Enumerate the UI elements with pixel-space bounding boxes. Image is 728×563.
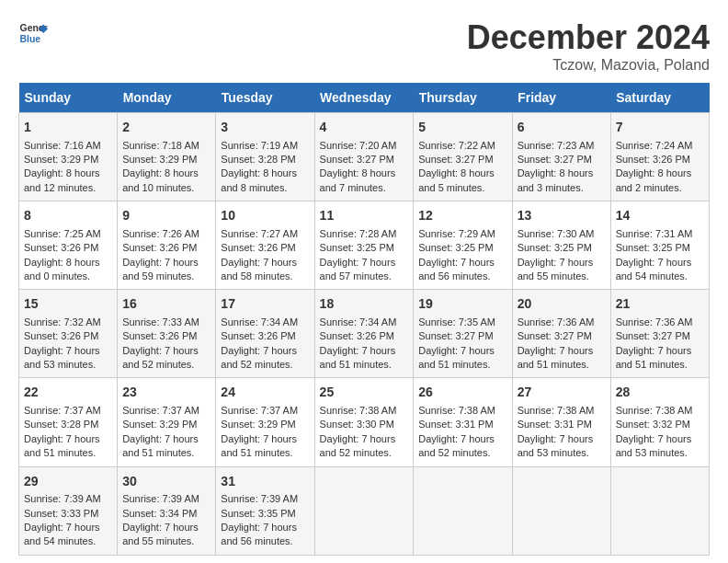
day-number: 20 <box>518 295 606 314</box>
sunrise-text: Sunrise: 7:36 AM <box>616 316 693 327</box>
week-row-1: 1Sunrise: 7:16 AMSunset: 3:29 PMDaylight… <box>19 113 710 201</box>
day-cell: 25Sunrise: 7:38 AMSunset: 3:30 PMDayligh… <box>314 378 414 466</box>
day-cell: 24Sunrise: 7:37 AMSunset: 3:29 PMDayligh… <box>216 378 314 466</box>
day-cell: 3Sunrise: 7:19 AMSunset: 3:28 PMDaylight… <box>216 113 314 201</box>
daylight-text: Daylight: 7 hours and 51 minutes. <box>122 433 199 458</box>
day-cell: 26Sunrise: 7:38 AMSunset: 3:31 PMDayligh… <box>414 378 512 466</box>
day-number: 2 <box>122 119 210 137</box>
sunset-text: Sunset: 3:27 PM <box>518 330 592 341</box>
sunrise-text: Sunrise: 7:16 AM <box>24 140 101 151</box>
column-header-sunday: Sunday <box>19 83 118 113</box>
sunrise-text: Sunrise: 7:22 AM <box>418 140 495 151</box>
sunrise-text: Sunrise: 7:19 AM <box>221 140 298 151</box>
daylight-text: Daylight: 7 hours and 51 minutes. <box>418 345 495 370</box>
sunrise-text: Sunrise: 7:18 AM <box>122 140 199 151</box>
day-cell <box>512 466 610 555</box>
daylight-text: Daylight: 7 hours and 53 minutes. <box>616 433 692 458</box>
day-cell: 11Sunrise: 7:28 AMSunset: 3:25 PMDayligh… <box>314 201 414 290</box>
daylight-text: Daylight: 7 hours and 51 minutes. <box>616 345 692 370</box>
day-cell: 21Sunrise: 7:36 AMSunset: 3:27 PMDayligh… <box>610 290 709 378</box>
sunset-text: Sunset: 3:28 PM <box>24 419 98 430</box>
day-number: 22 <box>24 384 112 402</box>
day-number: 31 <box>221 473 309 491</box>
sunset-text: Sunset: 3:26 PM <box>24 242 98 253</box>
day-cell: 31Sunrise: 7:39 AMSunset: 3:35 PMDayligh… <box>216 466 314 555</box>
sunrise-text: Sunrise: 7:36 AM <box>518 316 595 327</box>
daylight-text: Daylight: 8 hours and 0 minutes. <box>24 257 100 282</box>
day-cell: 15Sunrise: 7:32 AMSunset: 3:26 PMDayligh… <box>19 290 118 378</box>
sunrise-text: Sunrise: 7:38 AM <box>616 405 693 416</box>
header-row: SundayMondayTuesdayWednesdayThursdayFrid… <box>19 83 710 113</box>
day-cell: 6Sunrise: 7:23 AMSunset: 3:27 PMDaylight… <box>512 113 610 201</box>
day-number: 17 <box>221 295 309 314</box>
sunset-text: Sunset: 3:29 PM <box>24 154 98 165</box>
day-cell: 27Sunrise: 7:38 AMSunset: 3:31 PMDayligh… <box>512 378 610 466</box>
sunset-text: Sunset: 3:26 PM <box>221 242 295 253</box>
daylight-text: Daylight: 8 hours and 8 minutes. <box>221 167 297 192</box>
day-number: 13 <box>518 207 606 225</box>
sunrise-text: Sunrise: 7:34 AM <box>221 316 298 327</box>
daylight-text: Daylight: 7 hours and 52 minutes. <box>418 433 495 458</box>
day-number: 24 <box>221 384 309 402</box>
sunrise-text: Sunrise: 7:37 AM <box>24 405 101 416</box>
day-cell: 4Sunrise: 7:20 AMSunset: 3:27 PMDaylight… <box>314 113 414 201</box>
sunrise-text: Sunrise: 7:25 AM <box>24 228 101 239</box>
day-number: 9 <box>122 207 210 225</box>
sunset-text: Sunset: 3:28 PM <box>221 154 295 165</box>
day-cell: 28Sunrise: 7:38 AMSunset: 3:32 PMDayligh… <box>610 378 709 466</box>
sunrise-text: Sunrise: 7:38 AM <box>518 405 595 416</box>
day-cell: 9Sunrise: 7:26 AMSunset: 3:26 PMDaylight… <box>118 201 216 290</box>
day-number: 25 <box>320 384 409 402</box>
day-number: 16 <box>122 295 210 314</box>
daylight-text: Daylight: 7 hours and 51 minutes. <box>221 433 297 458</box>
daylight-text: Daylight: 8 hours and 7 minutes. <box>320 167 396 192</box>
day-cell: 16Sunrise: 7:33 AMSunset: 3:26 PMDayligh… <box>118 290 216 378</box>
sunset-text: Sunset: 3:25 PM <box>616 242 690 253</box>
sunrise-text: Sunrise: 7:39 AM <box>122 493 199 504</box>
day-number: 12 <box>418 207 506 225</box>
sunrise-text: Sunrise: 7:38 AM <box>320 405 397 416</box>
column-header-thursday: Thursday <box>414 83 512 113</box>
sunrise-text: Sunrise: 7:37 AM <box>221 405 298 416</box>
sunrise-text: Sunrise: 7:32 AM <box>24 316 101 327</box>
sunset-text: Sunset: 3:31 PM <box>518 419 592 430</box>
daylight-text: Daylight: 7 hours and 59 minutes. <box>122 257 199 282</box>
daylight-text: Daylight: 7 hours and 51 minutes. <box>24 433 100 458</box>
sunrise-text: Sunrise: 7:26 AM <box>122 228 199 239</box>
logo-icon: General Blue <box>18 18 48 48</box>
sunrise-text: Sunrise: 7:30 AM <box>518 228 595 239</box>
column-header-monday: Monday <box>118 83 216 113</box>
daylight-text: Daylight: 8 hours and 10 minutes. <box>122 167 199 192</box>
sunset-text: Sunset: 3:27 PM <box>418 330 493 341</box>
daylight-text: Daylight: 7 hours and 51 minutes. <box>320 345 396 370</box>
day-cell: 10Sunrise: 7:27 AMSunset: 3:26 PMDayligh… <box>216 201 314 290</box>
svg-text:Blue: Blue <box>20 34 41 44</box>
sunrise-text: Sunrise: 7:39 AM <box>221 493 298 504</box>
day-number: 6 <box>518 119 606 137</box>
day-cell: 19Sunrise: 7:35 AMSunset: 3:27 PMDayligh… <box>414 290 512 378</box>
sunset-text: Sunset: 3:25 PM <box>320 242 394 253</box>
sunset-text: Sunset: 3:29 PM <box>221 419 295 430</box>
day-number: 4 <box>320 119 409 137</box>
day-number: 7 <box>616 119 704 137</box>
column-header-saturday: Saturday <box>610 83 709 113</box>
day-cell: 18Sunrise: 7:34 AMSunset: 3:26 PMDayligh… <box>314 290 414 378</box>
day-number: 18 <box>320 295 409 314</box>
sunset-text: Sunset: 3:26 PM <box>221 330 295 341</box>
sunset-text: Sunset: 3:27 PM <box>320 154 394 165</box>
sunset-text: Sunset: 3:27 PM <box>418 154 493 165</box>
daylight-text: Daylight: 7 hours and 55 minutes. <box>518 257 594 282</box>
sunset-text: Sunset: 3:26 PM <box>24 330 98 341</box>
sunset-text: Sunset: 3:26 PM <box>122 242 197 253</box>
day-number: 28 <box>616 384 704 402</box>
day-number: 14 <box>616 207 704 225</box>
daylight-text: Daylight: 7 hours and 52 minutes. <box>221 345 297 370</box>
day-cell: 1Sunrise: 7:16 AMSunset: 3:29 PMDaylight… <box>19 113 118 201</box>
day-cell: 12Sunrise: 7:29 AMSunset: 3:25 PMDayligh… <box>414 201 512 290</box>
sunset-text: Sunset: 3:35 PM <box>221 508 295 519</box>
sunset-text: Sunset: 3:31 PM <box>418 419 493 430</box>
day-cell: 13Sunrise: 7:30 AMSunset: 3:25 PMDayligh… <box>512 201 610 290</box>
day-cell: 30Sunrise: 7:39 AMSunset: 3:34 PMDayligh… <box>118 466 216 555</box>
daylight-text: Daylight: 8 hours and 12 minutes. <box>24 167 100 192</box>
daylight-text: Daylight: 7 hours and 52 minutes. <box>320 433 396 458</box>
